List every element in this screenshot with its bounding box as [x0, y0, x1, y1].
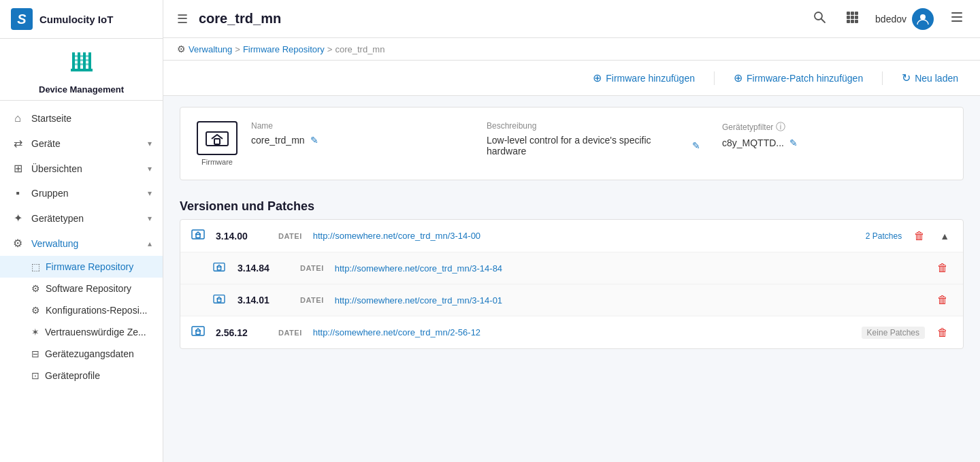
- svg-rect-10: [847, 12, 850, 15]
- chevron-down-icon: ▾: [148, 164, 152, 174]
- help-icon[interactable]: ⓘ: [776, 121, 785, 133]
- add-firmware-button[interactable]: ⊕ Firmware hinzufügen: [587, 69, 700, 87]
- versions-title: Versionen und Patches: [180, 191, 964, 219]
- description-label: Beschreibung: [487, 121, 700, 131]
- reload-button[interactable]: ↻ Neu laden: [896, 69, 964, 87]
- svg-rect-30: [217, 299, 220, 301]
- device-management-section: Device Management: [0, 39, 163, 101]
- svg-rect-14: [851, 16, 854, 19]
- sidebar-sub-label-konfigurations: Konfigurations-Reposi...: [46, 305, 147, 316]
- sidebar-item-firmware-repository[interactable]: ⬚ Firmware Repository: [0, 256, 163, 278]
- device-management-icon: [65, 50, 98, 82]
- apps-grid-button[interactable]: [843, 7, 862, 30]
- sidebar-item-geraetezugangsdaten[interactable]: ⊟ Gerätezugangsdaten: [0, 343, 163, 365]
- sidebar-header: S Cumulocity IoT: [0, 0, 163, 39]
- detail-header: Firmware Name core_trd_mn ✎: [197, 121, 947, 166]
- verwaltung-submenu: ⬚ Firmware Repository ⚙ Software Reposit…: [0, 256, 163, 386]
- devices-icon: ⇄: [11, 137, 24, 150]
- overview-icon: ⊞: [11, 162, 24, 175]
- sidebar-item-startseite[interactable]: ⌂ Startseite: [0, 106, 163, 131]
- collapse-version-1-button[interactable]: ▲: [937, 229, 952, 243]
- version-url-2[interactable]: http://somewhere.net/core_trd_mn/2-56-12: [313, 327, 480, 337]
- svg-line-9: [821, 19, 826, 23]
- search-button[interactable]: [810, 7, 829, 30]
- edit-device-type-icon[interactable]: ✎: [789, 137, 798, 148]
- svg-rect-26: [196, 235, 200, 238]
- breadcrumb-verwaltung[interactable]: Verwaltung: [189, 44, 232, 54]
- divider-1: [714, 71, 715, 85]
- breadcrumb: ⚙ Verwaltung > Firmware Repository > cor…: [163, 38, 980, 61]
- patch-number-2: 3.14.01: [238, 295, 292, 306]
- sidebar-item-geraetetypen[interactable]: ✦ Gerätetypen ▾: [0, 205, 163, 231]
- trusted-icon: ✶: [31, 327, 39, 337]
- svg-rect-20: [951, 12, 962, 14]
- user-menu[interactable]: bdedov: [875, 8, 934, 30]
- sidebar-toggle-button[interactable]: [947, 7, 966, 30]
- delete-version-2-button[interactable]: 🗑: [933, 325, 952, 340]
- sidebar-item-vertrauenswuerdige[interactable]: ✶ Vertrauenswürdige Ze...: [0, 321, 163, 343]
- sidebar-nav: ⌂ Startseite ⇄ Geräte ▾ ⊞ Übersichten ▾ …: [0, 101, 163, 462]
- svg-rect-17: [851, 20, 854, 23]
- svg-rect-6: [72, 59, 91, 61]
- sidebar-item-label-verwaltung: Verwaltung: [31, 238, 78, 249]
- sidebar-item-software-repository[interactable]: ⚙ Software Repository: [0, 278, 163, 299]
- sidebar-item-label-startseite: Startseite: [31, 113, 71, 124]
- file-label-1: DATEI: [278, 232, 302, 240]
- sidebar-item-konfigurations[interactable]: ⚙ Konfigurations-Reposi...: [0, 299, 163, 321]
- patch-row-3-14-01: 3.14.01 DATEI http://somewhere.net/core_…: [180, 284, 963, 316]
- version-url-1[interactable]: http://somewhere.net/core_trd_mn/3-14-00: [313, 231, 480, 241]
- firmware-icon: ⬚: [31, 261, 40, 272]
- sidebar-sub-label-vertrauenswuerdige: Vertrauenswürdige Ze...: [45, 327, 146, 337]
- plus-circle-icon: ⊕: [593, 71, 602, 84]
- edit-name-icon[interactable]: ✎: [310, 135, 318, 146]
- sidebar-item-gruppen[interactable]: ▪ Gruppen ▾: [0, 181, 163, 205]
- version-number-2: 2.56.12: [216, 327, 270, 338]
- name-value: core_trd_mn ✎: [251, 135, 465, 146]
- delete-patch-1-button[interactable]: 🗑: [933, 261, 952, 276]
- edit-description-icon[interactable]: ✎: [692, 140, 700, 151]
- no-patches-badge: Keine Patches: [862, 327, 925, 339]
- delete-patch-2-button[interactable]: 🗑: [933, 293, 952, 308]
- description-value: Low-level control for a device's specifi…: [487, 135, 700, 156]
- description-field: Beschreibung Low-level control for a dev…: [476, 121, 711, 156]
- firmware-icon-wrapper: Firmware: [197, 121, 238, 166]
- patch-firmware-icon-2: [213, 293, 229, 308]
- breadcrumb-icon: ⚙: [177, 44, 186, 54]
- main-content: ☰ core_trd_mn: [163, 0, 980, 462]
- sidebar-item-geraeteprofile[interactable]: ⊡ Geräteprofile: [0, 365, 163, 386]
- patch-file-label-2: DATEI: [300, 296, 324, 304]
- svg-rect-13: [847, 16, 850, 19]
- software-icon: ⚙: [31, 283, 40, 294]
- refresh-icon: ↻: [902, 71, 911, 84]
- add-patch-label: Firmware-Patch hinzufügen: [747, 73, 863, 84]
- patch-url-1[interactable]: http://somewhere.net/core_trd_mn/3-14-84: [335, 263, 502, 274]
- delete-version-1-button[interactable]: 🗑: [910, 229, 929, 244]
- add-patch-button[interactable]: ⊕ Firmware-Patch hinzufügen: [728, 69, 868, 87]
- config-icon: ⚙: [31, 305, 40, 316]
- breadcrumb-firmware-repository[interactable]: Firmware Repository: [243, 44, 325, 54]
- detail-fields: Name core_trd_mn ✎ Beschreibung Low-leve…: [251, 121, 947, 156]
- svg-rect-15: [855, 16, 858, 19]
- device-types-icon: ✦: [11, 212, 24, 225]
- file-label-2: DATEI: [278, 329, 302, 337]
- detail-card: Firmware Name core_trd_mn ✎: [180, 107, 964, 180]
- plus-circle-icon-2: ⊕: [734, 71, 742, 84]
- sidebar-item-uebersichten[interactable]: ⊞ Übersichten ▾: [0, 156, 163, 181]
- name-label: Name: [251, 121, 465, 131]
- svg-rect-22: [951, 20, 962, 22]
- sidebar-item-geraete[interactable]: ⇄ Geräte ▾: [0, 131, 163, 156]
- breadcrumb-separator-1: >: [235, 44, 240, 54]
- sidebar-sub-label-geraetezugangsdaten: Gerätezugangsdaten: [45, 348, 134, 359]
- patch-url-2[interactable]: http://somewhere.net/core_trd_mn/3-14-01: [335, 295, 502, 306]
- patches-badge-1[interactable]: 2 Patches: [866, 231, 902, 241]
- svg-rect-12: [855, 12, 858, 15]
- sidebar-sub-label-software: Software Repository: [46, 283, 131, 294]
- svg-rect-16: [847, 20, 850, 23]
- breadcrumb-current: core_trd_mn: [335, 44, 385, 54]
- menu-icon[interactable]: ☰: [177, 12, 188, 27]
- svg-rect-18: [855, 20, 858, 23]
- versions-table: 3.14.00 DATEI http://somewhere.net/core_…: [180, 219, 964, 349]
- device-management-label: Device Management: [39, 84, 124, 95]
- sidebar-item-verwaltung[interactable]: ⚙ Verwaltung ▴: [0, 231, 163, 256]
- svg-rect-4: [71, 69, 93, 71]
